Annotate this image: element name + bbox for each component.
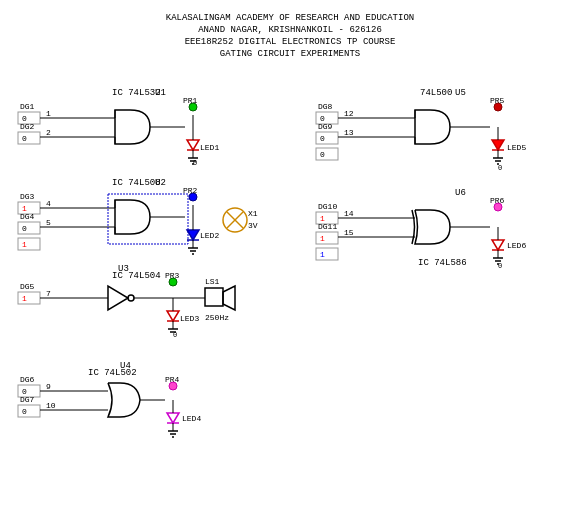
led4-triangle <box>167 413 179 423</box>
dg1-label: DG1 <box>20 102 35 111</box>
dg6-label: DG6 <box>20 375 35 384</box>
u6-xor-extra-line <box>412 210 415 244</box>
u3-label: U3 <box>118 264 129 274</box>
ls1-freq: 250Hz <box>205 313 229 322</box>
u3-gate <box>108 286 128 310</box>
pr1-probe <box>189 103 197 111</box>
u5-wire1-num: 12 <box>344 109 354 118</box>
u6-wire1-num: 14 <box>344 209 354 218</box>
u4-gate <box>108 383 140 417</box>
dg7-value: 0 <box>22 407 27 416</box>
u4-label: U4 <box>120 361 131 371</box>
dg2-value: 0 <box>22 134 27 143</box>
dg11b-value: 1 <box>320 250 325 259</box>
pr4-probe <box>169 382 177 390</box>
u6-gate <box>415 210 450 244</box>
u2-ic-label: IC 74L508 <box>112 178 161 188</box>
dg9b-value: 0 <box>320 150 325 159</box>
u2-wire2-num: 5 <box>46 218 51 227</box>
dg8-label: DG8 <box>318 102 333 111</box>
u1-wire1-num: 1 <box>46 109 51 118</box>
led1-label: LED1 <box>200 143 219 152</box>
ls1-cone <box>223 286 235 310</box>
dg4b-value: 1 <box>22 240 27 249</box>
header-line3: EEE18R252 DIGITAL ELECTRONICS TP COURSE <box>185 37 396 47</box>
u4-wire2-num: 10 <box>46 401 56 410</box>
u2-gate <box>115 200 150 234</box>
u1-ic-label: IC 74L532 <box>112 88 161 98</box>
led4-label: LED4 <box>182 414 201 423</box>
dg3-label: DG3 <box>20 192 35 201</box>
u2-highlight-box <box>108 194 188 244</box>
x1-voltage: 3V <box>248 221 258 230</box>
u4-wire1-num: 9 <box>46 382 51 391</box>
pr2-probe <box>189 193 197 201</box>
led1-val: 0 <box>193 159 197 167</box>
header-line4: GATING CIRCUIT EXPERIMENTS <box>220 49 360 59</box>
u2-label: U2 <box>155 178 166 188</box>
dg7-label: DG7 <box>20 395 35 404</box>
led2-triangle <box>187 230 199 240</box>
led5-val: 0 <box>498 164 502 172</box>
led6-val: 0 <box>498 262 502 270</box>
dg9-value: 0 <box>320 134 325 143</box>
led6-triangle <box>492 240 504 250</box>
u5-label: U5 <box>455 88 466 98</box>
u5-gate <box>415 110 450 144</box>
u2-wire1-num: 4 <box>46 199 51 208</box>
circuit-diagram: KALASALINGAM ACADEMY OF RESEARCH AND EDU… <box>0 0 580 510</box>
dg5-label: DG5 <box>20 282 35 291</box>
pr5-probe <box>494 103 502 111</box>
u6-wire2-num: 15 <box>344 228 354 237</box>
u5-ic-label: 74L500 <box>420 88 452 98</box>
led6-label: LED6 <box>507 241 526 250</box>
u5-wire2-num: 13 <box>344 128 354 137</box>
ls1-box <box>205 288 223 306</box>
led5-label: LED5 <box>507 143 526 152</box>
dg11-value: 1 <box>320 234 325 243</box>
u6-label: U6 <box>455 188 466 198</box>
dg11-label: DG11 <box>318 222 337 231</box>
led3-label: LED3 <box>180 314 199 323</box>
u1-label: U1 <box>155 88 166 98</box>
ls1-label: LS1 <box>205 277 220 286</box>
led1-triangle <box>187 140 199 150</box>
dg2-label: DG2 <box>20 122 35 131</box>
dg5-value: 1 <box>22 294 27 303</box>
pr3-probe <box>169 278 177 286</box>
led3-triangle <box>167 311 179 321</box>
led5-triangle <box>492 140 504 150</box>
u6-ic-label: IC 74L586 <box>418 258 467 268</box>
dg9-label: DG9 <box>318 122 333 131</box>
header-line1: KALASALINGAM ACADEMY OF RESEARCH AND EDU… <box>166 13 414 23</box>
led3-val: 0 <box>173 331 177 339</box>
u1-gate <box>115 110 150 144</box>
u1-wire2-num: 2 <box>46 128 51 137</box>
x1-label: X1 <box>248 209 258 218</box>
dg4-label: DG4 <box>20 212 35 221</box>
header-line2: ANAND NAGAR, KRISHNANKOIL - 626126 <box>198 25 382 35</box>
u3-wire1-num: 7 <box>46 289 51 298</box>
dg4-value: 0 <box>22 224 27 233</box>
dg10-label: DG10 <box>318 202 337 211</box>
pr6-probe <box>494 203 502 211</box>
led2-label: LED2 <box>200 231 219 240</box>
